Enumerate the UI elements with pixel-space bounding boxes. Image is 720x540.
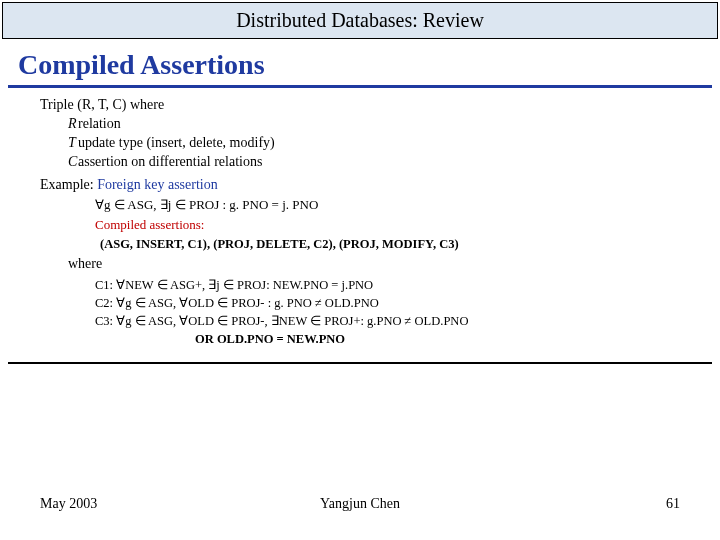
def-sym-T: T [40,134,78,153]
c2-formula: C2: ∀g ∈ ASG, ∀OLD ∈ PROJ- : g. PNO ≠ OL… [40,295,680,312]
triple-label: Triple (R, T, C) where [40,96,680,115]
footer-date: May 2003 [40,496,97,512]
footer-author: Yangjun Chen [320,496,400,512]
c3a-formula: C3: ∀g ∈ ASG, ∀OLD ∈ PROJ-, ∃NEW ∈ PROJ+… [40,313,680,330]
def-row-C: C assertion on differential relations [40,153,680,172]
def-sym-R: R [40,115,78,134]
def-desc-C: assertion on differential relations [78,153,680,172]
footer-page-number: 61 [666,496,680,512]
where-label: where [40,255,680,274]
example-label: Example: [40,177,94,192]
def-row-T: T update type (insert, delete, modify) [40,134,680,153]
header-bar: Distributed Databases: Review [2,2,718,39]
def-sym-C: C [40,153,78,172]
fk-formula: ∀g ∈ ASG, ∃j ∈ PROJ : g. PNO = j. PNO [40,196,680,214]
compiled-assertions-list: (ASG, INSERT, C1), (PROJ, DELETE, C2), (… [40,236,680,253]
def-row-R: R relation [40,115,680,134]
c3b-formula: OR OLD.PNO = NEW.PNO [40,331,680,348]
c1-formula: C1: ∀NEW ∈ ASG+, ∃j ∈ PROJ: NEW.PNO = j.… [40,277,680,294]
slide-content: Triple (R, T, C) where R relation T upda… [0,94,720,348]
bottom-divider [8,362,712,364]
compiled-list-text: (ASG, INSERT, C1), (PROJ, DELETE, C2), (… [100,237,459,251]
slide-title: Compiled Assertions [0,41,720,85]
def-desc-T: update type (insert, delete, modify) [78,134,680,153]
header-title: Distributed Databases: Review [236,9,484,31]
compiled-assertions-label: Compiled assertions: [40,216,680,234]
def-desc-R: relation [78,115,680,134]
title-underline [8,85,712,88]
example-line: Example: Foreign key assertion [40,176,680,195]
footer: May 2003 Yangjun Chen 61 [0,496,720,512]
example-name: Foreign key assertion [97,177,218,192]
